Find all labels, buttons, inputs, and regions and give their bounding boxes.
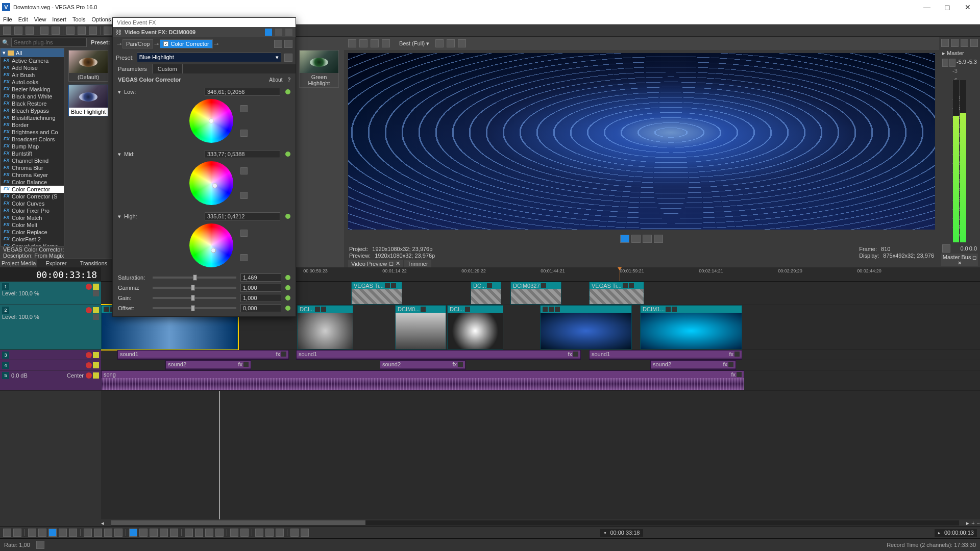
- tab-project-media[interactable]: Project Media: [0, 259, 37, 267]
- track-header-video-2[interactable]: 2 Level: 100,0 %: [0, 305, 101, 350]
- timecode[interactable]: 00:00:33:18: [36, 269, 97, 280]
- clip-dcim1[interactable]: DCIM1...: [640, 305, 742, 349]
- meters-dim-icon[interactable]: [970, 39, 978, 47]
- fx-item[interactable]: FXBump Map: [1, 143, 64, 150]
- eyedropper-complementary-icon[interactable]: [240, 130, 248, 137]
- fx-help-link[interactable]: ?: [287, 77, 290, 83]
- gain-slider[interactable]: [153, 297, 236, 299]
- timeline-body[interactable]: VEGAS Ti... DC... DCIM0327 VEGAS Ti... D…: [101, 282, 980, 519]
- close-button[interactable]: ✕: [958, 3, 978, 11]
- fx-item[interactable]: FXColorFast 2: [1, 236, 64, 243]
- region-add[interactable]: [240, 529, 249, 537]
- select-edit-button[interactable]: [150, 529, 158, 537]
- clip-sound1-c[interactable]: sound1fx: [589, 350, 742, 360]
- clip-sound1-a[interactable]: sound1fx: [117, 350, 289, 360]
- group-button[interactable]: [265, 529, 274, 537]
- go-end-button[interactable]: [94, 529, 102, 537]
- preview-split-icon[interactable]: [382, 39, 390, 47]
- trim-button[interactable]: [290, 529, 299, 537]
- preview-external-icon[interactable]: [359, 39, 368, 47]
- fx-item[interactable]: FXChroma Keyer: [1, 171, 64, 179]
- gamma-slider[interactable]: [153, 287, 236, 289]
- fx-item[interactable]: FXBorder: [1, 121, 64, 129]
- erase-button[interactable]: [170, 529, 178, 537]
- pause-button[interactable]: [59, 529, 67, 537]
- track-header-audio-4[interactable]: 4: [0, 360, 101, 370]
- eyedropper-icon[interactable]: [240, 167, 248, 174]
- properties-button[interactable]: [52, 27, 60, 35]
- stop-icon[interactable]: [643, 235, 652, 243]
- mid-color-wheel[interactable]: [189, 161, 233, 205]
- preview-quality[interactable]: Best (Full) ▾: [396, 40, 432, 47]
- fx-item[interactable]: FXColor Curves: [1, 200, 64, 207]
- fx-item[interactable]: FXConvolution Kerne: [1, 243, 64, 246]
- fx-tree[interactable]: ▾All FXActive CameraFXAdd NoiseFXAir Bru…: [0, 48, 64, 246]
- fx-item[interactable]: FXBlack and White: [1, 93, 64, 100]
- search-input[interactable]: [11, 38, 87, 47]
- fx-item[interactable]: FXColor Corrector (S: [1, 193, 64, 200]
- high-value-input[interactable]: [205, 212, 280, 220]
- clip-vegas-title-2[interactable]: VEGAS Ti...: [589, 282, 644, 305]
- eyedropper-icon[interactable]: [240, 230, 248, 237]
- keyframe-icon[interactable]: [285, 306, 290, 311]
- track-header-audio-5[interactable]: 50,0 dBCenter: [0, 370, 101, 391]
- preset-default[interactable]: (Default): [68, 50, 108, 82]
- undo-button[interactable]: [104, 27, 112, 35]
- preview-overlay-icon[interactable]: [447, 39, 455, 47]
- play-start-button[interactable]: [28, 529, 36, 537]
- fx-item[interactable]: FXBrightness and Co: [1, 129, 64, 136]
- gain-value[interactable]: 1,000: [240, 294, 281, 302]
- auto-icon[interactable]: [93, 290, 99, 296]
- fx-tab-custom[interactable]: Custom: [153, 64, 183, 73]
- menu-insert[interactable]: Insert: [52, 16, 66, 22]
- fx-about-link[interactable]: About: [269, 77, 282, 83]
- gamma-value[interactable]: 1,000: [240, 284, 281, 292]
- clip-sound2-b[interactable]: sound2fx: [380, 360, 465, 370]
- low-value-input[interactable]: [205, 88, 280, 96]
- minimize-button[interactable]: —: [917, 3, 937, 11]
- fx-view-large-icon[interactable]: [265, 29, 272, 36]
- eyedropper-complementary-icon[interactable]: [240, 254, 248, 261]
- meters-next-icon[interactable]: [951, 39, 959, 47]
- auto-crossfade-toggle[interactable]: [205, 529, 213, 537]
- lock-icon[interactable]: [942, 244, 950, 253]
- offset-slider[interactable]: [153, 307, 236, 309]
- transport-duration[interactable]: ▸ 00:00:00:13: [935, 529, 977, 537]
- stop-button[interactable]: [69, 529, 77, 537]
- collapse-icon[interactable]: ▾: [118, 213, 121, 220]
- maximize-button[interactable]: ◻: [937, 3, 958, 11]
- keyframe-icon[interactable]: [285, 152, 290, 157]
- play-button[interactable]: [38, 529, 46, 537]
- clip-sound1-b[interactable]: sound1fx: [296, 350, 581, 360]
- mid-value-input[interactable]: [205, 150, 280, 158]
- fx-item[interactable]: FXBleistiftzeichnung: [1, 114, 64, 121]
- offset-value[interactable]: 0,000: [240, 304, 281, 312]
- sync-button[interactable]: [255, 529, 263, 537]
- clip-vegas-title[interactable]: VEGAS Ti...: [351, 282, 402, 305]
- snap-toggle[interactable]: [185, 529, 193, 537]
- playlist-icon[interactable]: [654, 235, 663, 243]
- fx-item[interactable]: FXBuntstift: [1, 150, 64, 157]
- checkbox-icon[interactable]: ✓: [163, 41, 168, 46]
- transport-timecode[interactable]: • 00:00:33:18: [600, 529, 643, 537]
- zoom-edit-button[interactable]: [160, 529, 168, 537]
- cut-button[interactable]: [66, 27, 75, 35]
- fx-preset-select[interactable]: Blue Highlight▾: [137, 53, 281, 62]
- save-button[interactable]: [26, 27, 34, 35]
- meters-settings-icon[interactable]: [941, 39, 949, 47]
- menu-file[interactable]: File: [3, 16, 12, 22]
- fx-item[interactable]: FXColor Balance: [1, 179, 64, 186]
- fx-root-all[interactable]: ▾All: [1, 48, 64, 57]
- play-from-cursor-button[interactable]: [48, 529, 57, 537]
- keyframe-icon[interactable]: [285, 89, 290, 94]
- fx-item[interactable]: FXColor Match: [1, 214, 64, 221]
- play-icon[interactable]: [620, 235, 629, 243]
- track-header-video-1[interactable]: 1 Level: 100,0 %: [0, 282, 101, 305]
- menu-options[interactable]: Options: [92, 16, 111, 22]
- preview-settings-icon[interactable]: [348, 39, 356, 47]
- fx-item[interactable]: FXBroadcast Colors: [1, 136, 64, 143]
- low-color-wheel[interactable]: [189, 99, 233, 143]
- preview-grid-icon[interactable]: [435, 39, 444, 47]
- record-icon[interactable]: [86, 307, 92, 313]
- fx-chain-color-corrector[interactable]: ✓Color Corrector: [160, 39, 212, 48]
